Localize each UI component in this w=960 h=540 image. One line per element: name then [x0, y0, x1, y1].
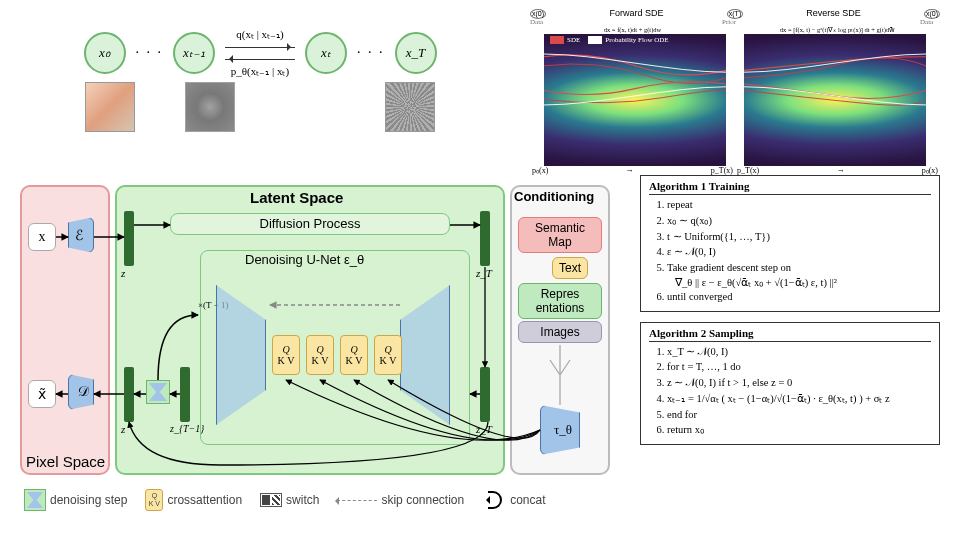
switch-icon [260, 493, 282, 507]
axis-p0-r: p₀(x) [922, 166, 938, 175]
reverse-sde-title: Reverse SDE [743, 8, 924, 18]
cond-tag-images: Images [518, 321, 602, 343]
legend-switch: switch [286, 493, 319, 507]
cond-tag-text: Text [552, 257, 588, 279]
forward-sde-eq: dx = f(x, t)dt + g(t)dw [530, 26, 735, 34]
density-left-icon [530, 34, 540, 166]
latent-space-label: Latent Space [250, 189, 343, 206]
legend-denoise: denoising step [50, 493, 127, 507]
forward-sde-plot: SDE Probability Flow ODE [544, 34, 726, 166]
algo1-step: ε ∼ 𝒩(0, I) [667, 244, 931, 260]
data-label-r: Data [920, 18, 940, 26]
crossattn-block-3: QK V [340, 335, 368, 375]
algo2-title: Algorithm 2 Sampling [649, 327, 931, 342]
sample-image-noise [385, 82, 435, 132]
zT-label-top: z_T [476, 267, 492, 279]
algo2-step: for t = T, …, 1 do [667, 359, 931, 375]
encoder-E: ℰ [68, 217, 94, 253]
latent-diffusion-architecture: Pixel Space Latent Space Conditioning x … [20, 175, 620, 520]
node-xT: x_T [395, 32, 437, 74]
node-x0: x₀ [84, 32, 126, 74]
axis-p0-l: p₀(x) [532, 166, 548, 175]
pixel-space-label: Pixel Space [26, 453, 105, 470]
ellipsis: · · · [136, 45, 164, 61]
diffusion-process-box: Diffusion Process [170, 213, 450, 235]
cond-tag-repr: Repres entations [518, 283, 602, 319]
algo2-step: return x₀ [667, 422, 931, 438]
concat-icon [482, 491, 506, 509]
ellipsis: · · · [357, 45, 385, 61]
ring-x0: x(0) [530, 8, 546, 18]
algo2-step: x_T ∼ 𝒩(0, I) [667, 344, 931, 360]
sde-diagram: x(0) Forward SDE x(T) Reverse SDE x(0) D… [530, 8, 940, 175]
legend-skip: skip connection [381, 493, 464, 507]
z-label-bottom: z [121, 423, 125, 435]
denoise-step-icon [146, 380, 170, 404]
algo2-step: end for [667, 407, 931, 423]
algo2-step: z ∼ 𝒩(0, I) if t > 1, else z = 0 [667, 375, 931, 391]
sample-image-clean [85, 82, 135, 132]
density-mid-icon [730, 34, 740, 166]
latent-ztm1 [180, 367, 190, 422]
node-xt-1: xₜ₋₁ [173, 32, 215, 74]
reverse-p-label: p_θ(xₜ₋₁ | xₜ) [231, 65, 289, 78]
ring-x0-r: x(0) [924, 8, 940, 18]
node-xt: xₜ [305, 32, 347, 74]
crossattn-block-1: QK V [272, 335, 300, 375]
cond-tag-semantic: Semantic Map [518, 217, 602, 253]
crossattn-block-4: QK V [374, 335, 402, 375]
algo1-step: t ∼ Uniform({1, …, T}) [667, 229, 931, 245]
density-right-icon [930, 34, 940, 166]
crossattn-icon: QK V [145, 489, 163, 511]
zT-label-bottom: z_T [476, 423, 492, 435]
legend-concat: concat [510, 493, 545, 507]
algo1-step: x₀ ∼ q(x₀) [667, 213, 931, 229]
algo1-title: Algorithm 1 Training [649, 180, 931, 195]
legend-row: denoising step QK Vcrossattention switch… [20, 480, 620, 520]
reverse-sde-plot [744, 34, 926, 166]
algo1-step: Take gradient descent step on [667, 260, 931, 276]
latent-z-bottom [124, 367, 134, 422]
algorithm-training: Algorithm 1 Training repeat x₀ ∼ q(x₀) t… [640, 175, 940, 312]
data-label-l: Data [530, 18, 546, 26]
algo1-step: until converged [667, 289, 931, 305]
output-xtilde: x̃ [28, 380, 56, 408]
algo1-step-grad: ∇_θ || ε − ε_θ(√ᾱₜ x₀ + √(1−ᾱₜ) ε, t) ||… [649, 276, 931, 288]
conditioning-label: Conditioning [514, 189, 594, 204]
legend-crossattn: crossattention [167, 493, 242, 507]
markov-chain-diagram: x₀ · · · xₜ₋₁ q(xₜ | xₜ₋₁) p_θ(xₜ₋₁ | xₜ… [20, 8, 500, 175]
axis-pT-l: p_T(x) [711, 166, 733, 175]
algo2-step: xₜ₋₁ = 1/√αₜ ( xₜ − (1−αₜ)/√(1−ᾱₜ) · ε_θ… [667, 391, 931, 407]
latent-z-top [124, 211, 134, 266]
tau-encoder: τ_θ [540, 405, 580, 455]
latent-zT-bottom [480, 367, 490, 422]
reverse-sde-eq: dx = [f(x, t) − g²(t)∇ₓ log pₜ(x)] dt + … [735, 26, 940, 34]
arrow-reverse-icon [225, 53, 295, 65]
arrow-forward-icon [225, 41, 295, 53]
algorithm-sampling: Algorithm 2 Sampling x_T ∼ 𝒩(0, I) for t… [640, 322, 940, 446]
denoise-icon [24, 489, 46, 511]
sample-image-noisy [185, 82, 235, 132]
unet-label: Denoising U-Net ε_θ [245, 252, 364, 267]
algo1-step: repeat [667, 197, 931, 213]
input-x: x [28, 223, 56, 251]
decoder-D: 𝒟 [68, 374, 94, 410]
skip-connection-icon [337, 500, 377, 501]
prior-label: Prior [722, 18, 744, 26]
forward-sde-title: Forward SDE [546, 8, 727, 18]
axis-pT-r: p_T(x) [737, 166, 759, 175]
forward-q-label: q(xₜ | xₜ₋₁) [236, 28, 284, 41]
latent-zT-top [480, 211, 490, 266]
z-label-top: z [121, 267, 125, 279]
crossattn-block-2: QK V [306, 335, 334, 375]
ring-xT: x(T) [727, 8, 743, 18]
